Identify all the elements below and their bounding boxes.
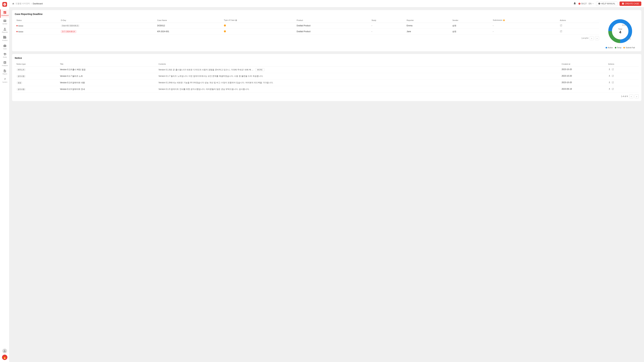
notice-pagination: 1-4 of 4 ‹ › [15,93,639,98]
case-reporter: Jane [405,29,451,34]
language-selector[interactable]: EN [589,2,594,5]
status-dot [16,25,18,26]
case-reporting-card: Case Reporting Deadline Status D-Day Cas… [12,10,641,51]
chart-section: 25.0% 75.0% Total 4 ActiveTempSubmit Fai… [602,18,639,49]
user-avatar[interactable] [2,349,7,353]
sidebar-item-reporter[interactable]: Reporter [0,26,9,34]
download-button[interactable] [608,75,611,78]
notice-table-row: 공지사항 Version 0.1.5 업데이트 안내 Version 0.1.5… [15,86,639,93]
notice-contents: Version 0.1.5 업데이트 안내를 위한 공지사항입니다. 여러분들의… [157,86,560,93]
notice-title: Version 0.1.5 업데이트 안내 [58,86,157,93]
notice-type-badge: 점검 [16,81,22,84]
type-dot [224,24,226,26]
case-external-link[interactable] [560,25,562,27]
notification-icon[interactable] [573,2,576,5]
notice-created-at: 2023-10-20 [560,80,606,86]
breadcrumb: 도돌랩 사이언티 › Dashboard [12,2,42,5]
external-link-button[interactable] [612,88,614,91]
case-actions [558,23,599,29]
case-sender: 승헌 [451,29,491,34]
svg-text:75.0%: 75.0% [626,38,631,40]
notice-contents: Version 0.1.8은 곧 출시됩니다! 새로운 디자인과 사용자 경험을… [157,66,560,73]
external-link-button[interactable] [612,75,614,78]
sidebar-item-label: System [2,81,8,83]
case-status: Active [15,23,59,29]
create-case-button[interactable]: CREATE CASE [620,1,641,6]
notice-created-at: 2023-10-20 [560,66,606,73]
svg-text:25.0%: 25.0% [622,24,627,26]
sidebar-item-case[interactable]: Case [0,43,9,51]
case-table-row: Active Over+43 / 2024-06-21 DOD012 Dodla… [15,23,599,29]
col-reporter: Reporter [405,18,451,23]
sidebar-item-study[interactable]: Study [0,51,9,59]
col-sender: Sender [451,18,491,23]
sidebar-item-sender[interactable]: Sender [0,18,9,26]
fire-button[interactable]: 🔥 [2,355,8,360]
case-reporting-wrap: Status D-Day Case Name Type of Case Prod… [15,18,639,49]
notice-type: 공지사항 [15,73,58,80]
notice-created-at: 2023-06-19 [560,86,606,93]
case-actions [558,29,599,34]
more-button[interactable]: MORE [255,68,264,71]
notice-col-contents: Contents [157,62,560,66]
notice-col-title: Title [58,62,157,66]
dday-badge: D-7 / 2024-08-14 [61,30,76,33]
download-button[interactable] [608,68,611,71]
col-actions: Actions [558,18,599,23]
case-prev-page[interactable]: ‹ [590,36,594,40]
case-status: Active [15,29,59,34]
action-icons [608,81,637,84]
sidebar-item-report[interactable]: Report [0,68,9,76]
action-icons [608,88,637,91]
case-reporting-title: Case Reporting Deadline [15,13,639,15]
external-link-button[interactable] [612,81,614,84]
download-button[interactable] [608,81,611,84]
col-case-name: Case Name [156,18,222,23]
download-button[interactable] [608,88,611,91]
col-dday: D-Day [59,18,156,23]
notice-title: Version 0.1.6 업데이트 내용 [58,80,157,86]
sidebar-item-system[interactable]: System [0,76,9,84]
case-next-page[interactable]: › [595,36,599,40]
external-link-button[interactable] [612,68,614,71]
action-icons [608,75,637,78]
legend-item: Temp [615,46,622,49]
action-icons [608,68,637,71]
notice-actions [606,80,639,86]
sidebar-item-label: Dashboard [1,14,8,16]
notice-next-page[interactable]: › [634,94,639,98]
col-product: Product [295,18,370,23]
case-table-row: Active D-7 / 2024-08-14 KR-2024-001 Dodl… [15,29,599,34]
notice-table-row: 공지사항 Version 0.1.7 릴리즈 노트 Version 0.1.7 … [15,73,639,80]
notice-contents: Version 0.1.6에서는 새로운 기능을 추가하였습니다 성능 개선 및… [157,80,560,86]
case-name: DOD012 [156,23,222,29]
case-name: KR-2024-001 [156,29,222,34]
sidebar-item-product[interactable]: Product [0,34,9,43]
case-type [222,23,295,29]
sidebar-item-dashboard[interactable]: Dashboard [0,9,9,18]
sidebar-item-label: Reporter [2,31,8,33]
sidebar-item-analytics[interactable]: Analytics [0,59,9,68]
total-num: 4 [618,30,622,34]
case-external-link[interactable] [560,31,562,33]
notice-prev-page[interactable]: ‹ [629,94,633,98]
notice-table-row: 패치노트 Version 0.1.8 출시 예정 점검 Version 0.1.… [15,66,639,73]
legend-dot [606,47,607,48]
status-text: Active [18,31,23,33]
notice-col-created: Created at [560,62,606,66]
timer-value: 59:27 [581,2,587,5]
notice-table-row: 점검 Version 0.1.6 업데이트 내용 Version 0.1.6에서… [15,80,639,86]
status-dot [16,31,18,32]
col-status: Status [15,18,59,23]
notice-table: Notice type Title Contents Created at Ac… [15,62,639,93]
app-logo[interactable] [2,2,7,7]
case-submission: - [491,29,558,34]
case-pagination-text: 1-4 of 4 [582,37,588,39]
breadcrumb-current: Dashboard [33,2,42,5]
notice-type-badge: 패치노트 [16,68,26,71]
help-manual-button[interactable]: HELP MANUAL [596,1,618,6]
notice-type: 점검 [15,80,58,86]
case-submission: - [491,23,558,29]
sidebar-item-label: Product [2,39,8,41]
case-reporter: Emma [405,23,451,29]
